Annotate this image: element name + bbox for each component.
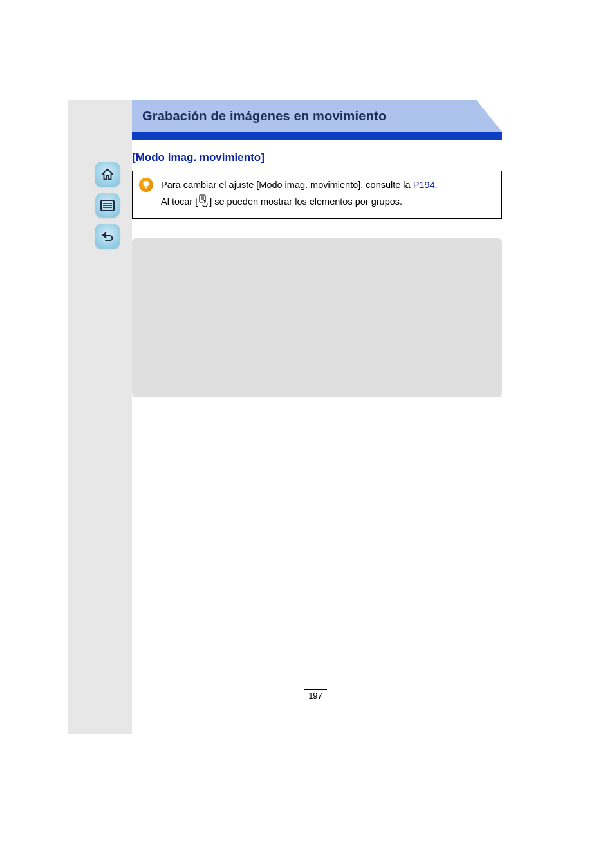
page-title: Grabación de imágenes en movimiento <box>142 109 386 124</box>
info-line-2: Al tocar [ ] se pueden mostrar los eleme… <box>161 194 492 211</box>
home-icon <box>100 167 115 182</box>
back-button[interactable] <box>95 224 120 249</box>
content-column: Grabación de imágenes en movimiento [Mod… <box>132 100 502 397</box>
section-title: [Modo imag. movimiento] <box>132 151 502 164</box>
header-corner-cut <box>476 100 502 132</box>
svg-rect-4 <box>145 187 147 189</box>
page-header: Grabación de imágenes en movimiento <box>132 100 502 140</box>
touch-group-icon <box>198 194 209 211</box>
back-arrow-icon <box>100 229 115 243</box>
nav-button-group <box>95 162 121 255</box>
info-line-1: Para cambiar el ajuste [Modo imag. movim… <box>161 178 492 192</box>
image-placeholder <box>132 238 502 397</box>
info-box: Para cambiar el ajuste [Modo imag. movim… <box>132 171 502 219</box>
info-line-1-text: Para cambiar el ajuste [Modo imag. movim… <box>161 180 413 190</box>
info-line-2-pre: Al tocar [ <box>161 196 198 207</box>
page-number: 197 <box>296 691 335 701</box>
page-number-rule <box>304 689 327 690</box>
info-line-1-suffix: . <box>435 180 438 190</box>
home-button[interactable] <box>95 162 120 187</box>
menu-icon <box>100 199 115 212</box>
tip-bulb-icon <box>139 178 153 192</box>
menu-button[interactable] <box>95 193 120 218</box>
info-line-2-post: ] se pueden mostrar los elementos por gr… <box>209 196 402 207</box>
page-ref-link[interactable]: P194 <box>413 180 435 190</box>
page-number-wrap: 197 <box>296 689 335 701</box>
